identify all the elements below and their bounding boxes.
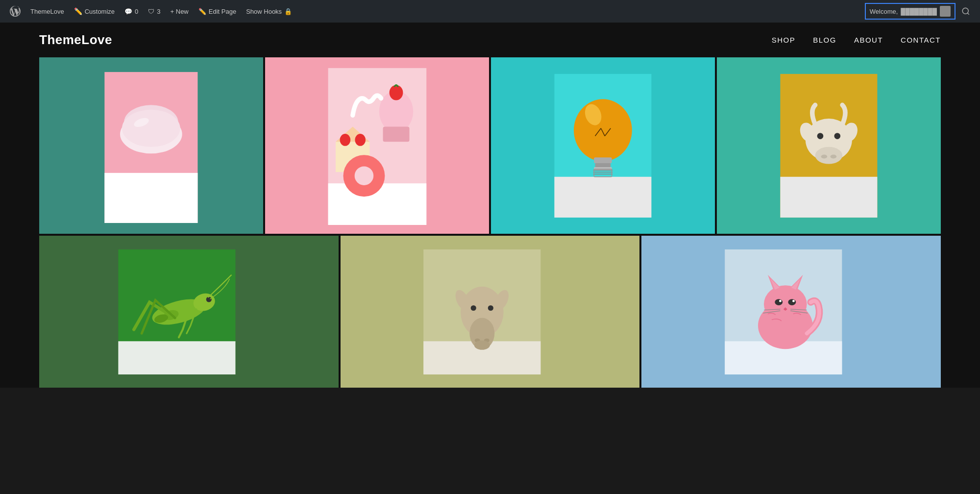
- comments-count: 0: [135, 8, 138, 15]
- site-name-text: ThemeLove: [30, 8, 64, 15]
- edit-icon: ✏️: [198, 8, 206, 15]
- svg-point-13: [340, 134, 350, 146]
- customize-icon: ✏️: [74, 7, 82, 15]
- svg-rect-26: [595, 163, 611, 167]
- nav-contact[interactable]: CONTACT: [901, 36, 941, 44]
- customize-link[interactable]: ✏️ Customize: [70, 0, 119, 23]
- gallery-item-1[interactable]: [39, 57, 263, 234]
- svg-point-20: [574, 99, 632, 161]
- gallery-item-5[interactable]: [39, 236, 339, 388]
- svg-point-53: [471, 305, 476, 310]
- new-label: + New: [171, 8, 189, 15]
- cell-1-image: [75, 68, 227, 223]
- svg-point-35: [815, 147, 842, 164]
- svg-line-1: [967, 13, 969, 14]
- site-header: ThemeLove SHOP BLOG ABOUT CONTACT: [0, 23, 980, 57]
- nav-about[interactable]: ABOUT: [854, 36, 883, 44]
- username-text: ████████: [901, 8, 937, 15]
- new-content-button[interactable]: + New: [167, 0, 193, 23]
- svg-point-37: [834, 133, 841, 139]
- svg-rect-19: [555, 176, 652, 217]
- svg-point-40: [821, 154, 828, 158]
- svg-point-12: [389, 85, 403, 100]
- svg-point-65: [788, 299, 796, 305]
- svg-point-66: [779, 299, 782, 302]
- site-title[interactable]: ThemeLove: [39, 32, 112, 48]
- gallery-item-2[interactable]: [265, 57, 489, 234]
- svg-point-41: [831, 154, 837, 158]
- show-hooks-label: Show Hooks: [246, 8, 282, 15]
- shield-icon: 🛡: [148, 8, 154, 15]
- svg-point-36: [817, 133, 824, 139]
- svg-point-63: [764, 285, 807, 323]
- cell-2-image: [299, 66, 456, 225]
- wordpress-logo[interactable]: [6, 0, 24, 23]
- lock-icon: 🔒: [284, 8, 292, 15]
- shield-count: 3: [157, 8, 160, 15]
- gallery-row-2: [39, 236, 941, 388]
- comments-link[interactable]: 💬 0: [121, 0, 142, 23]
- site-name-link[interactable]: ThemeLove: [26, 0, 68, 23]
- cell-7-image: [686, 244, 896, 380]
- cell-3-image: [527, 68, 679, 223]
- admin-search-button[interactable]: [957, 3, 974, 20]
- welcome-text: Welcome,: [870, 8, 898, 15]
- svg-point-17: [357, 169, 371, 183]
- gallery-item-7[interactable]: [641, 236, 941, 388]
- svg-rect-43: [119, 341, 236, 374]
- show-hooks-link[interactable]: Show Hooks 🔒: [242, 0, 296, 23]
- edit-page-link[interactable]: ✏️ Edit Page: [195, 0, 240, 23]
- admin-bar: ThemeLove ✏️ Customize 💬 0 🛡 3 + New ✏️ …: [0, 0, 980, 23]
- admin-bar-right: Welcome, ████████: [865, 3, 974, 20]
- svg-rect-33: [781, 176, 878, 217]
- svg-point-67: [792, 299, 795, 302]
- svg-point-14: [355, 134, 366, 146]
- welcome-user-box[interactable]: Welcome, ████████: [865, 3, 956, 20]
- shield-link[interactable]: 🛡 3: [144, 0, 164, 23]
- site-nav: SHOP BLOG ABOUT CONTACT: [772, 36, 941, 44]
- gallery: [0, 57, 980, 388]
- svg-point-59: [474, 340, 490, 349]
- nav-blog[interactable]: BLOG: [813, 36, 836, 44]
- cell-4-image: [753, 68, 905, 223]
- svg-rect-3: [104, 173, 197, 223]
- svg-point-0: [962, 8, 968, 14]
- cell-5-image: [81, 244, 296, 380]
- customize-label: Customize: [85, 8, 115, 15]
- comment-icon: 💬: [124, 8, 132, 15]
- gallery-item-6[interactable]: [341, 236, 640, 388]
- svg-point-54: [488, 305, 493, 310]
- svg-rect-11: [383, 126, 409, 142]
- cell-6-image: [385, 244, 594, 380]
- user-avatar: [940, 6, 951, 17]
- gallery-row-1: [39, 57, 941, 234]
- svg-rect-25: [594, 157, 612, 163]
- svg-point-6: [122, 109, 180, 147]
- edit-page-label: Edit Page: [209, 8, 236, 15]
- gallery-item-3[interactable]: [491, 57, 715, 234]
- nav-shop[interactable]: SHOP: [772, 36, 796, 44]
- svg-point-64: [775, 299, 783, 305]
- gallery-item-4[interactable]: [717, 57, 941, 234]
